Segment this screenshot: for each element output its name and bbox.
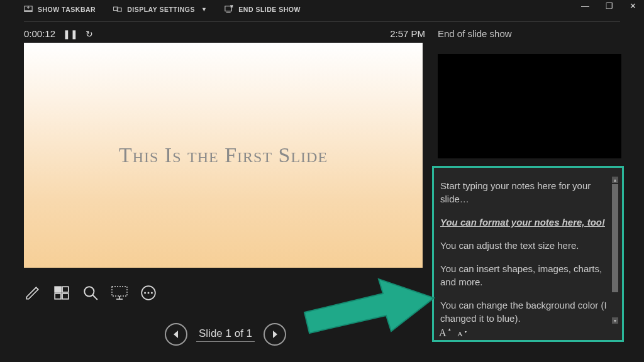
notes-line: You can change the background color (I c… [440, 299, 608, 325]
decrease-font-button[interactable]: A [458, 330, 463, 341]
slide-title: This Is the First Slide [119, 143, 328, 167]
timer-elapsed: 0:00:12 [24, 28, 55, 39]
svg-marker-22 [174, 331, 178, 338]
svg-marker-24 [304, 279, 434, 333]
chevron-down-icon: ▼ [201, 6, 207, 13]
svg-point-13 [84, 287, 94, 296]
close-button[interactable]: ✕ [627, 1, 639, 11]
displays-icon [113, 5, 122, 14]
end-show-icon [225, 5, 233, 14]
taskbar-icon [24, 5, 33, 14]
svg-point-19 [144, 292, 146, 293]
next-slide-button[interactable] [264, 323, 286, 346]
notes-line-formatted: You can format your notes here, too! [440, 216, 608, 229]
svg-marker-23 [273, 331, 277, 338]
slide-indicator[interactable]: Slide 1 of 1 [196, 327, 255, 342]
end-slide-show-label: END SLIDE SHOW [238, 6, 301, 13]
clock-time: 2:57 PM [390, 28, 425, 39]
more-options-button[interactable] [140, 284, 157, 302]
notes-line: You can adjust the text size here. [440, 239, 608, 252]
scroll-down-icon[interactable]: ▼ [612, 317, 618, 324]
black-screen-button[interactable] [111, 284, 128, 302]
see-all-slides-button[interactable] [53, 284, 70, 302]
display-settings-label: DISPLAY SETTINGS [127, 6, 195, 13]
scroll-thumb[interactable] [612, 184, 618, 292]
svg-point-20 [147, 292, 149, 293]
notes-scrollbar[interactable]: ▲ ▼ [612, 177, 618, 324]
next-slide-preview[interactable] [438, 54, 621, 158]
previous-slide-button[interactable] [165, 323, 187, 346]
restore-button[interactable]: ❐ [603, 1, 616, 11]
current-slide[interactable]: This Is the First Slide [24, 43, 423, 268]
svg-rect-15 [112, 287, 127, 296]
svg-point-21 [151, 292, 153, 293]
show-taskbar-label: SHOW TASKBAR [38, 6, 96, 13]
restart-timer-button[interactable]: ↻ [86, 29, 93, 39]
zoom-button[interactable] [82, 284, 99, 302]
svg-line-14 [92, 295, 97, 300]
minimize-button[interactable]: — [579, 1, 592, 11]
scroll-up-icon[interactable]: ▲ [612, 177, 618, 183]
increase-font-button[interactable]: A [439, 327, 447, 339]
notes-panel: Start typing your notes here for your sl… [432, 166, 624, 342]
show-taskbar-button[interactable]: SHOW TASKBAR [24, 5, 96, 14]
svg-rect-11 [55, 293, 61, 299]
display-settings-button[interactable]: DISPLAY SETTINGS ▼ [113, 5, 207, 14]
next-slide-label: End of slide show [438, 28, 512, 39]
pause-button[interactable]: ❚❚ [63, 29, 78, 39]
notes-line: Start typing your notes here for your sl… [440, 179, 608, 206]
end-slide-show-button[interactable]: END SLIDE SHOW [225, 5, 301, 14]
svg-rect-12 [62, 293, 69, 299]
svg-rect-10 [62, 287, 69, 292]
annotation-arrow-icon [298, 272, 436, 334]
notes-content[interactable]: Start typing your notes here for your sl… [436, 170, 619, 327]
svg-rect-9 [55, 287, 61, 292]
notes-line: You can insert shapes, images, charts, a… [440, 262, 608, 288]
pen-tool-button[interactable] [24, 284, 42, 302]
